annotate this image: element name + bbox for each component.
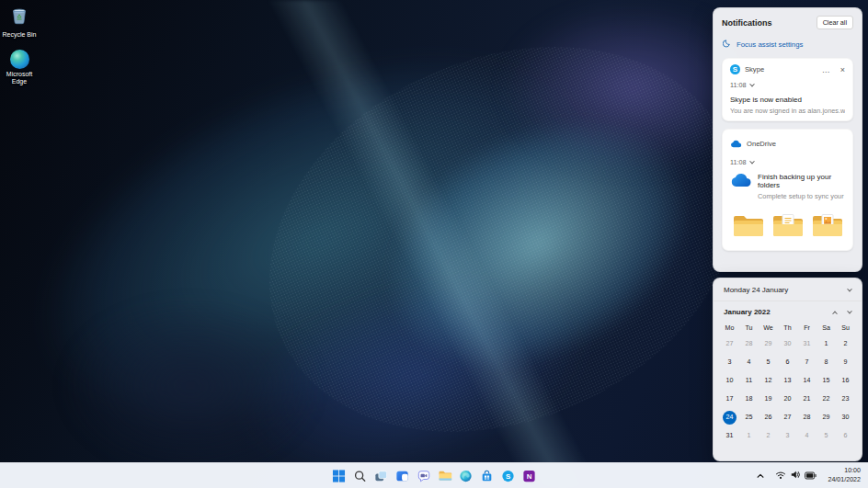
- calendar-day[interactable]: 6: [836, 426, 855, 445]
- calendar-day[interactable]: 7: [797, 353, 817, 371]
- calendar-flyout: Monday 24 January January 2022 MoTuWeThF…: [713, 278, 862, 461]
- taskbar-task-view-button[interactable]: [372, 467, 391, 485]
- calendar-day[interactable]: 22: [817, 390, 836, 408]
- calendar-day[interactable]: 13: [778, 371, 797, 390]
- quick-settings-button[interactable]: [772, 467, 819, 484]
- notification-time-row[interactable]: 11:08: [730, 81, 845, 89]
- calendar-day[interactable]: 18: [739, 390, 759, 408]
- calendar-day[interactable]: 9: [836, 353, 855, 371]
- calendar-day[interactable]: 1: [739, 426, 759, 445]
- notification-title: Finish backing up your folders: [758, 173, 845, 189]
- calendar-day[interactable]: 31: [720, 426, 739, 445]
- calendar-day[interactable]: 30: [836, 408, 855, 426]
- calendar-day[interactable]: 23: [836, 390, 855, 408]
- notification-time-row[interactable]: 11:08: [730, 158, 845, 166]
- calendar-day[interactable]: 24: [720, 408, 739, 426]
- calendar-day[interactable]: 3: [720, 353, 739, 371]
- taskbar-start-button[interactable]: [330, 467, 348, 485]
- taskbar-chat-button[interactable]: [415, 467, 433, 485]
- calendar-day[interactable]: 27: [778, 408, 797, 426]
- folder-icon: [731, 211, 766, 239]
- calendar-day[interactable]: 6: [778, 353, 797, 371]
- calendar-day[interactable]: 26: [759, 408, 778, 426]
- calendar-day-name: We: [759, 322, 778, 335]
- taskbar-store-button[interactable]: [478, 467, 497, 485]
- calendar-day-name: Fr: [797, 322, 817, 335]
- taskbar-edge-button[interactable]: [457, 467, 475, 485]
- desktop-icon-label: Recycle Bin: [3, 31, 37, 39]
- notification-card-header: OneDrive: [730, 135, 845, 152]
- calendar-day[interactable]: 4: [739, 353, 759, 371]
- onedrive-folders-illustration: [730, 211, 845, 239]
- calendar-day[interactable]: 27: [720, 335, 739, 353]
- clear-all-button[interactable]: Clear all: [817, 16, 853, 29]
- taskbar-file-explorer-button[interactable]: [436, 467, 454, 485]
- desktop-icon-microsoft-edge[interactable]: Microsoft Edge: [0, 50, 40, 86]
- focus-assist-label: Focus assist settings: [737, 40, 803, 49]
- calendar-day[interactable]: 28: [797, 408, 817, 426]
- calendar-month-label: January 2022: [724, 308, 771, 316]
- chevron-down-icon: [750, 158, 756, 164]
- calendar-day[interactable]: 17: [720, 390, 739, 408]
- notification-body: You are now signed in as alan.jones.wm@h…: [730, 107, 845, 115]
- calendar-day[interactable]: 4: [797, 426, 817, 445]
- taskbar-icons: SN: [330, 463, 539, 488]
- show-hidden-icons-button[interactable]: [753, 470, 768, 482]
- calendar-day[interactable]: 31: [797, 335, 817, 353]
- calendar-day[interactable]: 5: [759, 353, 778, 371]
- taskbar-widgets-button[interactable]: [394, 467, 412, 485]
- calendar-day[interactable]: 8: [817, 353, 836, 371]
- calendar-day[interactable]: 19: [759, 390, 778, 408]
- more-options-icon[interactable]: …: [822, 67, 830, 73]
- focus-assist-settings-link[interactable]: Focus assist settings: [722, 38, 853, 51]
- calendar-date-label: Monday 24 January: [724, 286, 788, 294]
- onedrive-cloud-icon: [730, 173, 752, 191]
- calendar-day[interactable]: 15: [817, 371, 836, 390]
- calendar-day[interactable]: 12: [759, 371, 778, 390]
- calendar-day[interactable]: 21: [797, 390, 817, 408]
- calendar-next-month-icon[interactable]: [847, 308, 852, 313]
- calendar-day[interactable]: 10: [720, 371, 739, 390]
- edge-icon: [10, 50, 29, 69]
- taskbar-onenote-button[interactable]: N: [520, 467, 539, 485]
- calendar-day-names: MoTuWeThFrSaSu: [714, 318, 862, 335]
- calendar-day[interactable]: 3: [778, 426, 797, 445]
- taskbar-skype-button[interactable]: S: [499, 467, 518, 485]
- calendar-day[interactable]: 2: [836, 335, 855, 353]
- calendar-day-name: Sa: [817, 322, 836, 335]
- calendar-day-name: Mo: [720, 322, 739, 335]
- calendar-day[interactable]: 1: [817, 335, 836, 353]
- taskbar-search-button[interactable]: [351, 467, 370, 485]
- chevron-down-icon: [750, 81, 756, 86]
- calendar-day[interactable]: 11: [739, 371, 759, 390]
- notification-card-header: S Skype … ×: [730, 64, 845, 74]
- calendar-day[interactable]: 25: [739, 408, 759, 426]
- onedrive-icon: [730, 135, 742, 152]
- close-icon[interactable]: ×: [840, 65, 845, 74]
- notification-center: Notifications Clear all Focus assist set…: [713, 7, 862, 272]
- calendar-collapse-chevron-icon[interactable]: [847, 286, 852, 291]
- clock[interactable]: 10:00 24/01/2022: [824, 465, 864, 486]
- calendar-day[interactable]: 14: [797, 371, 817, 390]
- notification-card-skype[interactable]: S Skype … × 11:08 Skype is now enabled Y…: [722, 58, 853, 121]
- calendar-day[interactable]: 16: [836, 371, 855, 390]
- calendar-day[interactable]: 5: [817, 426, 836, 445]
- focus-assist-moon-icon: [723, 39, 732, 50]
- desktop-icon-recycle-bin[interactable]: Recycle Bin: [0, 6, 40, 39]
- notification-time: 11:08: [730, 158, 746, 166]
- calendar-day[interactable]: 30: [778, 335, 797, 353]
- calendar-day[interactable]: 2: [759, 426, 778, 445]
- calendar-day[interactable]: 28: [739, 335, 759, 353]
- notification-card-onedrive[interactable]: OneDrive 11:08 Finish backing up your fo…: [722, 129, 853, 251]
- calendar-prev-month-icon[interactable]: [832, 311, 838, 316]
- clock-time: 10:00: [828, 467, 861, 476]
- calendar-day[interactable]: 29: [817, 408, 836, 426]
- notification-time: 11:08: [730, 81, 746, 89]
- calendar-day-name: Tu: [739, 322, 759, 335]
- calendar-day[interactable]: 20: [778, 390, 797, 408]
- clock-date: 24/01/2022: [828, 476, 861, 485]
- calendar-day-name: Su: [836, 322, 855, 335]
- notifications-title: Notifications: [722, 18, 772, 28]
- calendar-day[interactable]: 29: [759, 335, 778, 353]
- folder-with-picture-icon: [810, 211, 845, 239]
